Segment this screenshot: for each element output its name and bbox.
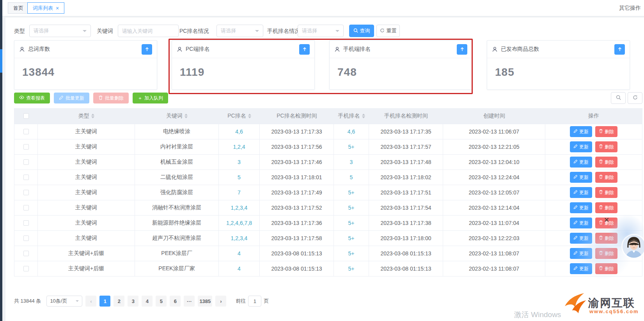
assistant-close-icon[interactable]: ✕ [604,216,609,224]
column-pc-rank[interactable]: PC排名 [219,108,260,124]
row-checkbox[interactable] [23,220,29,226]
page-button[interactable]: 1 [99,296,110,307]
update-button[interactable]: 更新 [570,187,592,198]
update-button[interactable]: 更新 [570,202,592,213]
tab-word-list[interactable]: 词库列表 × [27,2,64,14]
page-size-select[interactable]: 10条/页 [46,296,82,307]
cell-mobile-check-time: 2023-03-13 17:18:02 [369,170,443,185]
cell-pc-rank-link[interactable]: 4 [219,246,260,261]
page-button[interactable]: 5 [156,296,167,307]
sort-icon[interactable] [185,114,188,118]
row-checkbox[interactable] [23,251,29,256]
row-checkbox[interactable] [23,175,29,180]
cell-mobile-rank-link[interactable]: 5+ [334,200,369,215]
join-queue-button[interactable]: ＋ 加入队列 [133,93,168,103]
cell-pc-rank-link[interactable]: 4 [219,261,260,276]
update-button[interactable]: 更新 [570,157,592,168]
cell-pc-rank-link[interactable]: 1,2,4 [219,139,260,154]
cell-mobile-rank-link[interactable]: 5 [334,170,369,185]
arrow-up-button[interactable] [614,44,625,55]
cell-mobile-rank-link[interactable]: 5+ [334,261,369,276]
cell-mobile-rank-link[interactable]: 5+ [334,139,369,154]
delete-button[interactable]: 删除 [595,233,617,244]
prev-page-button[interactable]: ‹ [85,296,96,307]
row-checkbox[interactable] [23,205,29,210]
goto-page-input[interactable] [248,296,261,307]
cell-mobile-rank-link[interactable]: 5+ [334,231,369,246]
column-keyword[interactable]: 关键词 [135,108,219,124]
delete-button[interactable]: 删除 [595,172,617,183]
cell-mobile-rank-link[interactable]: 4,6 [334,124,369,139]
update-button[interactable]: 更新 [570,218,592,228]
tab-close-icon[interactable]: × [56,5,59,11]
sort-icon[interactable] [362,114,365,118]
cell-pc-rank-link[interactable]: 4,6 [219,124,260,139]
delete-button[interactable]: 删除 [595,141,617,152]
page-button[interactable]: 4 [142,296,153,307]
next-page-button[interactable]: › [215,296,226,307]
pencil-icon [573,175,578,180]
pencil-icon [573,159,578,165]
batch-update-button[interactable]: 批量更新 [54,93,89,103]
cell-mobile-rank-link[interactable]: 5+ [334,246,369,261]
keyword-input[interactable] [122,28,174,34]
cell-pc-rank-link[interactable]: 1,2,3,4 [219,231,260,246]
update-button[interactable]: 更新 [570,248,592,259]
view-report-button[interactable]: 查看报表 [14,93,50,103]
last-page-button[interactable]: 1385 [198,296,212,307]
table-body: 主关键词 电绝缘喷涂 4,6 2023-03-13 17:17:33 4,6 2… [14,124,642,276]
assistant-avatar[interactable] [623,235,644,258]
table-search-button[interactable] [611,92,626,104]
table-refresh-button[interactable] [628,92,642,104]
column-type[interactable]: 类型 [38,108,135,124]
delete-button[interactable]: 删除 [595,157,617,168]
more-actions-link[interactable]: 其它操作 [619,5,641,12]
cell-pc-rank-link[interactable]: 1,2,4,6,7,8 [219,216,260,230]
page-button[interactable]: 3 [128,296,138,307]
update-button[interactable]: 更新 [570,233,592,244]
stat-value: 1119 [180,66,314,78]
row-checkbox[interactable] [23,235,29,241]
batch-delete-button[interactable]: 批量删除 [93,93,129,103]
stat-card-published-products: 已发布商品总数 185 [487,40,630,90]
column-mobile-rank[interactable]: 手机排名 [334,108,369,124]
pc-rank-select[interactable]: 请选择 [216,25,263,37]
sort-icon[interactable] [91,114,94,118]
ellipsis-pages-button[interactable]: ··· [184,296,195,307]
cell-pc-rank-link[interactable]: 3 [219,155,260,169]
delete-button[interactable]: 删除 [595,187,617,198]
row-checkbox[interactable] [23,129,29,134]
page-button[interactable]: 2 [114,296,124,307]
row-checkbox[interactable] [23,190,29,195]
tab-home[interactable]: 首页 [8,2,29,14]
sort-icon[interactable] [248,114,251,118]
cell-mobile-rank-link[interactable]: 3 [334,155,369,169]
row-checkbox[interactable] [23,159,29,165]
select-all-checkbox[interactable] [23,113,29,119]
update-button[interactable]: 更新 [570,263,592,274]
cell-pc-rank-link[interactable]: 5 [219,170,260,185]
arrow-up-button[interactable] [299,44,310,55]
update-button[interactable]: 更新 [570,141,592,152]
cell-pc-rank-link[interactable]: 7 [219,185,260,200]
delete-button[interactable]: 删除 [595,126,617,137]
arrow-up-button[interactable] [142,44,152,55]
type-select[interactable]: 请选择 [29,25,91,37]
delete-button[interactable]: 删除 [595,248,617,259]
row-checkbox[interactable] [23,266,29,271]
row-checkbox[interactable] [23,144,29,150]
reset-button[interactable]: 重置 [376,25,400,37]
arrow-up-button[interactable] [457,44,467,55]
page-button[interactable]: 6 [170,296,181,307]
cell-mobile-rank-link[interactable]: 5+ [334,185,369,200]
pencil-icon [573,251,578,256]
search-button[interactable]: 查询 [349,25,374,37]
update-button[interactable]: 更新 [570,126,592,137]
cell-pc-rank-link[interactable]: 1,2,3,4 [219,200,260,215]
chevron-down-icon [255,30,259,32]
update-button[interactable]: 更新 [570,172,592,183]
cell-mobile-rank-link[interactable]: 5+ [334,216,369,230]
delete-button[interactable]: 删除 [595,263,617,274]
delete-button[interactable]: 删除 [595,202,617,213]
mobile-rank-select[interactable]: 请选择 [298,25,344,37]
